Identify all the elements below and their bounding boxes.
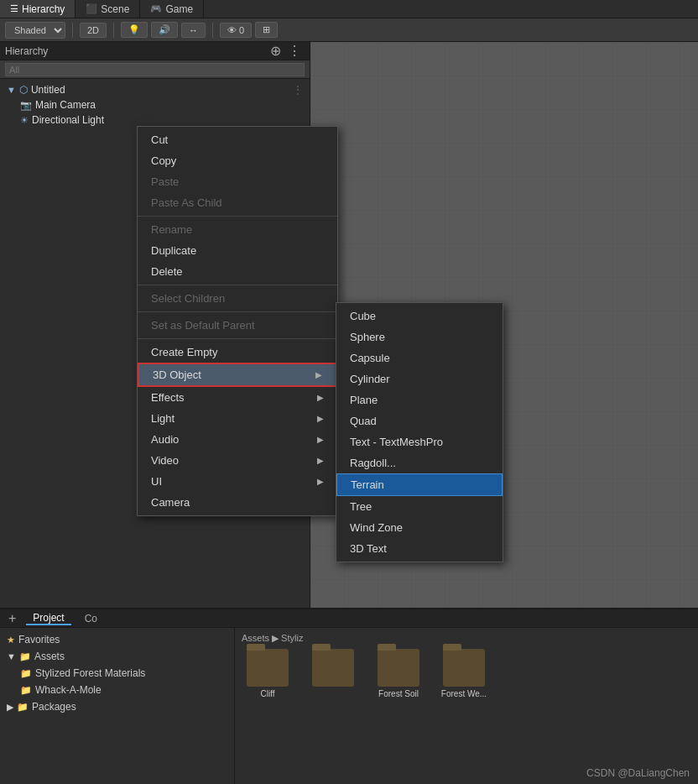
- shaded-dropdown[interactable]: Shaded: [5, 22, 65, 39]
- gizmo-count[interactable]: 👁 0: [220, 23, 252, 38]
- sub-ragdoll[interactable]: Ragdoll...: [336, 452, 503, 473]
- ctx-cut[interactable]: Cut: [138, 129, 337, 150]
- ctx-sep-2: [138, 285, 337, 285]
- hierarchy-search-input[interactable]: [5, 63, 305, 76]
- sub-ragdoll-label: Ragdoll...: [350, 457, 396, 469]
- grid-toggle[interactable]: ⊞: [255, 22, 278, 38]
- ctx-ui[interactable]: UI ▶: [138, 471, 337, 492]
- sub-capsule-label: Capsule: [350, 352, 390, 364]
- ctx-camera[interactable]: Camera: [138, 492, 337, 513]
- ctx-paste-as-child: Paste As Child: [138, 192, 337, 213]
- ctx-audio[interactable]: Audio ▶: [138, 429, 337, 450]
- toolbar: Shaded 2D 💡 🔊 ↔ 👁 0 ⊞: [0, 18, 698, 42]
- ctx-light-label: Light: [151, 412, 174, 425]
- tab-hierarchy-label: Hierarchy: [22, 3, 65, 15]
- sub-3d-text[interactable]: 3D Text: [336, 538, 503, 559]
- sub-quad[interactable]: Quad: [336, 410, 503, 431]
- toolbar-separator-3: [212, 23, 213, 38]
- sub-plane-label: Plane: [350, 394, 378, 406]
- hierarchy-item-untitled[interactable]: ▼ ⬡ Untitled ⋮: [0, 82, 310, 97]
- asset-cliff-folder-icon: [247, 649, 289, 687]
- bottom-section: + Project Co ★ Favorites ▼ 📁 Assets 📁 St…: [0, 608, 698, 784]
- sub-cylinder-label: Cylinder: [350, 373, 390, 385]
- ctx-video-arrow: ▶: [317, 456, 324, 465]
- project-tab[interactable]: Project: [26, 612, 70, 625]
- ctx-effects[interactable]: Effects ▶: [138, 387, 337, 408]
- assets-grid: Cliff Forest Soil Forest We...: [238, 649, 695, 698]
- toolbar-separator-2: [113, 23, 114, 38]
- ctx-create-empty[interactable]: Create Empty: [138, 342, 337, 363]
- hierarchy-item-main-camera[interactable]: 📷 Main Camera: [13, 97, 310, 112]
- sidebar-item-favorites[interactable]: ★ Favorites: [0, 631, 234, 648]
- whack-a-mole-icon: 📁: [20, 685, 32, 696]
- tab-game[interactable]: 🎮 Game: [140, 0, 204, 18]
- ctx-3d-object[interactable]: 3D Object ▶: [138, 363, 337, 387]
- ctx-duplicate[interactable]: Duplicate: [138, 240, 337, 261]
- sidebar-item-stylized-forest[interactable]: 📁 Stylized Forest Materials: [0, 665, 234, 682]
- asset-cliff[interactable]: Cliff: [238, 649, 297, 698]
- hierarchy-add-button[interactable]: ⊕: [267, 43, 284, 59]
- scene-expand-icon: ▼: [7, 85, 16, 95]
- ctx-video[interactable]: Video ▶: [138, 450, 337, 471]
- project-add-button[interactable]: +: [5, 611, 19, 626]
- sub-terrain[interactable]: Terrain: [336, 473, 503, 496]
- ctx-paste-as-child-label: Paste As Child: [151, 196, 222, 209]
- sub-cylinder[interactable]: Cylinder: [336, 368, 503, 389]
- hierarchy-item-label-camera: Main Camera: [35, 99, 96, 111]
- light-object-icon: ☀: [20, 115, 29, 126]
- sidebar-item-favorites-label: Favorites: [18, 634, 60, 645]
- sub-capsule[interactable]: Capsule: [336, 348, 503, 368]
- sub-sphere[interactable]: Sphere: [336, 327, 503, 348]
- sub-wind-zone-label: Wind Zone: [350, 521, 403, 534]
- ctx-duplicate-label: Duplicate: [151, 244, 196, 257]
- sub-plane[interactable]: Plane: [336, 389, 503, 410]
- favorites-icon: ★: [7, 635, 15, 645]
- tab-scene[interactable]: ⬛ Scene: [76, 0, 140, 18]
- hierarchy-menu-button[interactable]: ⋮: [284, 43, 305, 59]
- ctx-ui-label: UI: [151, 475, 162, 488]
- asset-empty[interactable]: [304, 649, 362, 698]
- ctx-rename: Rename: [138, 219, 337, 240]
- hierarchy-header: Hierarchy ⊕ ⋮: [0, 42, 310, 60]
- sub-textmeshpro[interactable]: Text - TextMeshPro: [336, 431, 503, 452]
- ctx-sep-1: [138, 216, 337, 217]
- packages-expand-icon: ▶: [7, 702, 13, 713]
- audio-toggle[interactable]: 🔊: [151, 22, 178, 38]
- asset-forest-we[interactable]: Forest We...: [435, 649, 493, 698]
- light-toggle[interactable]: 💡: [121, 22, 148, 38]
- ctx-light[interactable]: Light ▶: [138, 408, 337, 429]
- ctx-cut-label: Cut: [151, 133, 168, 146]
- 2d-button[interactable]: 2D: [80, 23, 107, 38]
- sidebar-item-assets-label: Assets: [34, 651, 65, 662]
- scene-icon: ⬛: [86, 3, 97, 14]
- ctx-light-arrow: ▶: [317, 414, 324, 423]
- sidebar-item-packages-label: Packages: [32, 701, 76, 713]
- ctx-create-empty-label: Create Empty: [151, 346, 217, 358]
- ctx-copy[interactable]: Copy: [138, 150, 337, 171]
- project-panel: + Project Co ★ Favorites ▼ 📁 Assets 📁 St…: [0, 609, 698, 784]
- hierarchy-item-label-untitled: Untitled: [31, 84, 65, 96]
- ctx-camera-label: Camera: [151, 496, 190, 509]
- hierarchy-search-bar: [0, 60, 310, 79]
- ctx-rename-label: Rename: [151, 223, 192, 236]
- gizmo-toggle[interactable]: ↔: [181, 23, 206, 38]
- tab-hierarchy[interactable]: ☰ Hierarchy: [0, 0, 76, 18]
- asset-forest-soil[interactable]: Forest Soil: [369, 649, 428, 698]
- asset-cliff-label: Cliff: [260, 689, 274, 698]
- console-tab[interactable]: Co: [78, 613, 104, 625]
- hierarchy-item-menu[interactable]: ⋮: [293, 84, 303, 96]
- sub-tree[interactable]: Tree: [336, 496, 503, 517]
- sidebar-item-whack-a-mole[interactable]: 📁 Whack-A-Mole: [0, 682, 234, 698]
- sidebar-item-assets[interactable]: ▼ 📁 Assets: [0, 648, 234, 665]
- sidebar-item-packages[interactable]: ▶ 📁 Packages: [0, 698, 234, 715]
- toolbar-separator-1: [72, 23, 73, 38]
- ctx-select-children: Select Children: [138, 288, 337, 309]
- ctx-audio-arrow: ▶: [317, 435, 324, 444]
- asset-forest-soil-folder-icon: [378, 649, 419, 687]
- asset-forest-we-label: Forest We...: [441, 689, 487, 698]
- ctx-delete[interactable]: Delete: [138, 261, 337, 282]
- sub-wind-zone[interactable]: Wind Zone: [336, 517, 503, 538]
- game-icon: 🎮: [150, 3, 162, 14]
- sub-quad-label: Quad: [350, 415, 377, 427]
- sub-cube[interactable]: Cube: [336, 306, 503, 327]
